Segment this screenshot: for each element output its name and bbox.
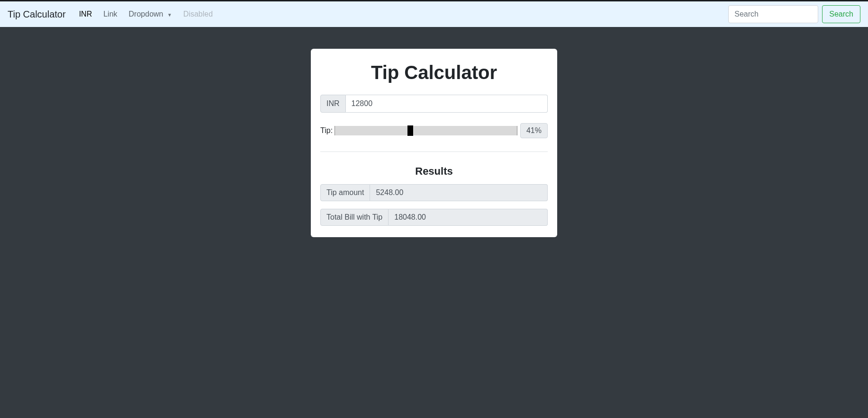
navbar: Tip Calculator INR Link Dropdown ▼ Disab… [0,1,868,27]
tip-amount-label: Tip amount [320,184,370,201]
tip-slider[interactable] [335,126,517,135]
tip-label: Tip: [320,126,333,135]
nav-link-dropdown-label: Dropdown [129,10,163,18]
nav-right: Search [728,5,860,23]
search-input[interactable] [728,5,818,23]
nav-left: Tip Calculator INR Link Dropdown ▼ Disab… [8,6,218,22]
card-title: Tip Calculator [320,62,548,83]
search-button[interactable]: Search [822,5,860,23]
tip-amount-row: Tip amount 5248.00 [320,184,548,201]
total-value: 18048.00 [389,209,548,226]
tip-slider-row: Tip: 41% [320,123,548,138]
results-heading: Results [320,165,548,178]
chevron-down-icon: ▼ [167,12,172,18]
nav-link-link[interactable]: Link [98,6,123,22]
nav-link-dropdown[interactable]: Dropdown ▼ [123,6,178,22]
divider [320,151,548,152]
total-label: Total Bill with Tip [320,209,389,226]
nav-link-currency[interactable]: INR [73,6,98,22]
tip-percent-badge: 41% [520,123,548,138]
total-row: Total Bill with Tip 18048.00 [320,209,548,226]
currency-label: INR [320,95,346,113]
amount-input-group: INR [320,95,548,113]
navbar-brand[interactable]: Tip Calculator [8,9,66,20]
nav-link-disabled: Disabled [178,6,218,22]
calculator-card: Tip Calculator INR Tip: 41% Results Tip … [311,49,557,237]
amount-input[interactable] [346,95,548,113]
tip-amount-value: 5248.00 [370,184,548,201]
